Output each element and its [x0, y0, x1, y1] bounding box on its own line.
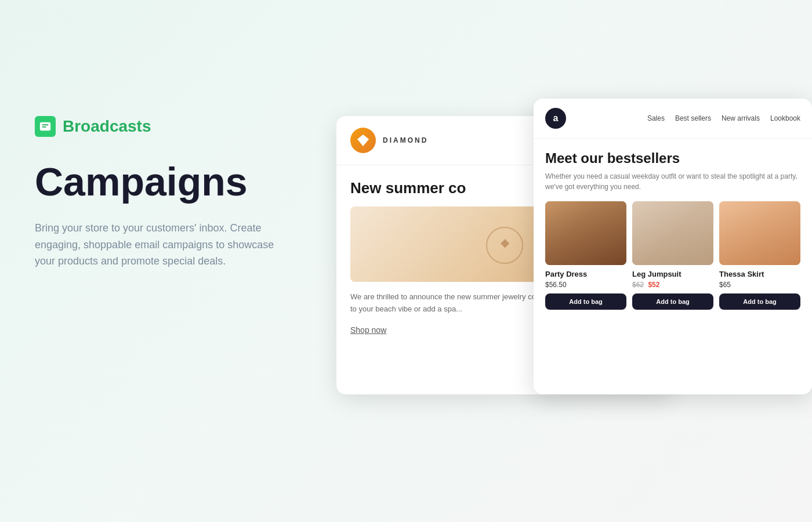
product-price-1: $56.50	[545, 281, 626, 289]
product-card-thessa-skirt: Thessa Skirt $65 Add to bag	[719, 201, 800, 310]
product-image-party-dress	[545, 201, 626, 265]
svg-marker-3	[357, 135, 369, 146]
preview-container: DIAMOND New summer co We are thrilled to…	[336, 99, 812, 400]
price-original-2: $62	[632, 281, 644, 289]
broadcasts-icon	[35, 116, 56, 137]
bestsellers-title: Meet our bestsellers	[545, 150, 800, 166]
svg-rect-2	[42, 126, 46, 128]
product-price-3: $65	[719, 281, 800, 289]
product-name-1: Party Dress	[545, 270, 626, 278]
email-body-bestsellers: Meet our bestsellers Whether you need a …	[534, 139, 812, 321]
diamond-logo	[350, 128, 376, 153]
nav-links: Sales Best sellers New arrivals Lookbook	[647, 114, 800, 122]
broadcasts-label: Broadcasts	[63, 117, 151, 136]
left-panel: Broadcasts Campaigns Bring your store to…	[35, 116, 313, 270]
product-image-leg-jumpsuit	[632, 201, 713, 265]
product-card-leg-jumpsuit: Leg Jumpsuit $62 $52 Add to bag	[632, 201, 713, 310]
product-price-2: $62 $52	[632, 281, 713, 289]
brand-name: DIAMOND	[383, 136, 428, 144]
add-to-bag-button-3[interactable]: Add to bag	[719, 293, 800, 310]
store-logo: a	[545, 108, 566, 129]
price-sale-2: $52	[648, 281, 659, 289]
page-title: Campaigns	[35, 160, 313, 204]
svg-rect-1	[42, 124, 49, 125]
products-grid: Party Dress $56.50 Add to bag Leg Jumpsu…	[545, 201, 800, 310]
nav-best-sellers[interactable]: Best sellers	[675, 114, 711, 122]
email-nav: a Sales Best sellers New arrivals Lookbo…	[534, 99, 812, 139]
nav-new-arrivals[interactable]: New arrivals	[722, 114, 760, 122]
bestsellers-description: Whether you need a casual weekday outfit…	[545, 171, 800, 192]
nav-lookbook[interactable]: Lookbook	[770, 114, 800, 122]
product-card-party-dress: Party Dress $56.50 Add to bag	[545, 201, 626, 310]
shop-now-link[interactable]: Shop now	[350, 325, 386, 335]
product-name-2: Leg Jumpsuit	[632, 270, 713, 278]
product-name-3: Thessa Skirt	[719, 270, 800, 278]
add-to-bag-button-2[interactable]: Add to bag	[632, 293, 713, 310]
broadcasts-header: Broadcasts	[35, 116, 313, 137]
campaigns-description: Bring your store to your customers' inbo…	[35, 220, 278, 270]
nav-sales[interactable]: Sales	[647, 114, 665, 122]
product-image-thessa-skirt	[719, 201, 800, 265]
add-to-bag-button-1[interactable]: Add to bag	[545, 293, 626, 310]
email-card-bestsellers: a Sales Best sellers New arrivals Lookbo…	[534, 99, 812, 394]
